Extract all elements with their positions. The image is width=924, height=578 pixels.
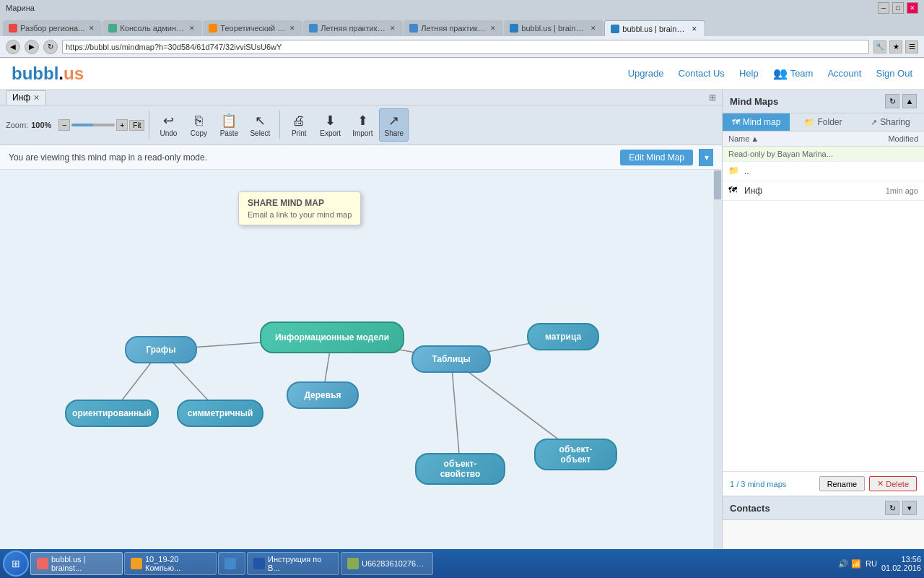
panel-refresh-button[interactable]: ↻ — [885, 94, 899, 108]
node-derevya[interactable]: Деревья — [287, 381, 359, 409]
maximize-button[interactable]: □ — [892, 2, 904, 14]
vertical-scrollbar[interactable] — [713, 170, 722, 578]
print-button[interactable]: 🖨 Print — [284, 108, 313, 142]
contacts-refresh-button[interactable]: ↻ — [885, 501, 899, 515]
taskbar-item-ie[interactable] — [218, 552, 245, 575]
node-root[interactable]: Информационные модели — [260, 322, 404, 353]
edit-mindmap-button[interactable]: Edit Mind Map — [620, 150, 693, 165]
extensions-icon[interactable]: 🔧 — [873, 40, 886, 53]
taskbar-icon-user1 — [347, 558, 359, 569]
undo-button[interactable]: ↩ Undo — [154, 108, 183, 142]
browser-tab-tab7[interactable]: bubbl.us | brainst... ✕ — [604, 20, 705, 36]
delete-button[interactable]: ✕ Delete — [869, 476, 917, 491]
tooltip-title: SHARE MIND MAP — [248, 198, 352, 208]
node-simm[interactable]: симметричный — [177, 400, 263, 427]
canvas-tab-inф[interactable]: Инф ✕ — [6, 90, 46, 105]
node-tablicy[interactable]: Таблицы — [411, 345, 491, 373]
taskbar-item-word[interactable]: Инструкция по В... — [247, 552, 339, 575]
contact-us-link[interactable]: Contact Us — [679, 68, 725, 79]
select-label: Select — [250, 129, 270, 137]
nav-links: Upgrade Contact Us Help 👥 Team Account S… — [628, 66, 912, 80]
file-col-name-header[interactable]: Name ▲ — [728, 134, 860, 143]
tab-close-icon[interactable]: ✕ — [388, 24, 397, 33]
tab-label: bubbl.us | brainst... — [521, 24, 586, 33]
url-field[interactable] — [62, 40, 869, 54]
select-button[interactable]: ↖ Select — [245, 108, 275, 142]
tab-close-icon[interactable]: ✕ — [288, 24, 297, 33]
browser-tab-tab3[interactable]: Теоретический м... ✕ — [203, 20, 302, 36]
canvas[interactable]: SHARE MIND MAP Email a link to your mind… — [0, 170, 722, 578]
file-item-parent[interactable]: 📁 .. — [723, 162, 924, 181]
taskbar-item-fileexp[interactable]: 10_19-20 Компью... — [124, 552, 217, 575]
tab-favicon — [309, 24, 318, 33]
logo-us: us — [64, 64, 84, 83]
node-matrica[interactable]: матрица — [527, 323, 599, 350]
file-col-modified-header[interactable]: Modified — [860, 134, 918, 143]
close-button[interactable]: ✕ — [907, 2, 918, 14]
minimize-button[interactable]: ─ — [878, 2, 889, 14]
account-link[interactable]: Account — [827, 68, 861, 79]
undo-icon: ↩ — [163, 113, 174, 129]
start-button[interactable]: ⊞ — [3, 551, 29, 577]
zoom-slider[interactable] — [71, 124, 115, 126]
contacts-collapse-button[interactable]: ▾ — [902, 501, 917, 515]
logo[interactable]: bubbl.us — [12, 64, 84, 84]
canvas-expand-icon[interactable]: ⊞ — [709, 92, 716, 103]
fit-button[interactable]: Fit — [129, 120, 144, 131]
forward-button[interactable]: ▶ — [25, 40, 39, 54]
taskbar-date: 01.02.2016 — [881, 564, 921, 572]
team-nav[interactable]: 👥 Team — [773, 66, 814, 80]
tab-favicon — [409, 24, 418, 33]
edit-dropdown-button[interactable]: ▾ — [699, 149, 713, 166]
copy-button[interactable]: ⎘ Copy — [184, 108, 213, 142]
tab-close-icon[interactable]: ✕ — [589, 24, 598, 33]
node-orient[interactable]: ориентированный — [65, 400, 159, 427]
node-obj_svo[interactable]: объект-свойство — [415, 453, 505, 485]
team-link[interactable]: Team — [790, 68, 814, 79]
browser-tab-tab1[interactable]: Разбор региона... ✕ — [3, 20, 102, 36]
browser-tab-tab2[interactable]: Консоль админис... ✕ — [103, 20, 202, 36]
browser-tab-tab5[interactable]: Летняя практика ... ✕ — [404, 20, 503, 36]
panel-tab-folder[interactable]: 📁 Folder — [790, 113, 857, 131]
canvas-tab-close[interactable]: ✕ — [33, 93, 40, 103]
node-grafи[interactable]: Графы — [125, 336, 197, 363]
tab-favicon — [510, 24, 518, 33]
sign-out-link[interactable]: Sign Out — [876, 68, 912, 79]
refresh-button[interactable]: ↻ — [43, 40, 58, 54]
taskbar-item-user1[interactable]: U66283610276878... — [341, 552, 433, 575]
panel-tabs: 🗺 Mind map 📁 Folder ↗ Sharing — [723, 113, 924, 131]
rename-button[interactable]: Rename — [819, 476, 866, 491]
import-button[interactable]: ⬆ Import — [347, 108, 378, 142]
upgrade-link[interactable]: Upgrade — [628, 68, 664, 79]
bookmark-icon[interactable]: ★ — [889, 40, 902, 53]
tab-close-icon[interactable]: ✕ — [489, 24, 497, 33]
zoom-control: Zoom: 100% — [6, 121, 51, 129]
panel-tab-mindmap[interactable]: 🗺 Mind map — [723, 113, 790, 131]
address-bar: ◀ ▶ ↻ 🔧 ★ ☰ — [0, 36, 924, 58]
help-link[interactable]: Help — [739, 68, 759, 79]
browser-tab-bar: Разбор региона... ✕ Консоль админис... ✕… — [0, 16, 924, 36]
paste-button[interactable]: 📋 Paste — [214, 108, 243, 142]
zoom-minus-button[interactable]: − — [58, 119, 70, 131]
taskbar-item-chrome[interactable]: bubbl.us | brainst... — [30, 552, 123, 575]
tab-close-icon[interactable]: ✕ — [87, 24, 96, 33]
print-icon: 🖨 — [292, 113, 305, 129]
vertical-scrollbar-thumb[interactable] — [714, 171, 721, 199]
node-obj_obj[interactable]: объект-объект — [534, 439, 617, 470]
back-button[interactable]: ◀ — [6, 40, 20, 54]
tab-close-icon[interactable]: ✕ — [188, 24, 196, 33]
file-item-inф[interactable]: 🗺 Инф 1min ago — [723, 181, 924, 201]
taskbar-label-fileexp: 10_19-20 Компью... — [145, 555, 210, 572]
file-list[interactable]: 📁 .. 🗺 Инф 1min ago — [723, 162, 924, 471]
zoom-plus-button[interactable]: + — [116, 119, 128, 131]
panel-tab-sharing[interactable]: ↗ Sharing — [857, 113, 924, 131]
file-icon-inф: 🗺 — [728, 185, 740, 197]
browser-tab-tab4[interactable]: Летняя практика ... ✕ — [303, 20, 403, 36]
paste-icon: 📋 — [221, 113, 237, 129]
export-button[interactable]: ⬇ Export — [315, 108, 346, 142]
share-button[interactable]: ↗ Share — [379, 108, 409, 142]
menu-icon[interactable]: ☰ — [905, 40, 918, 53]
browser-tab-tab6[interactable]: bubbl.us | brainst... ✕ — [504, 20, 603, 36]
tab-close-icon[interactable]: ✕ — [690, 25, 699, 33]
panel-collapse-button[interactable]: ▲ — [902, 94, 917, 108]
